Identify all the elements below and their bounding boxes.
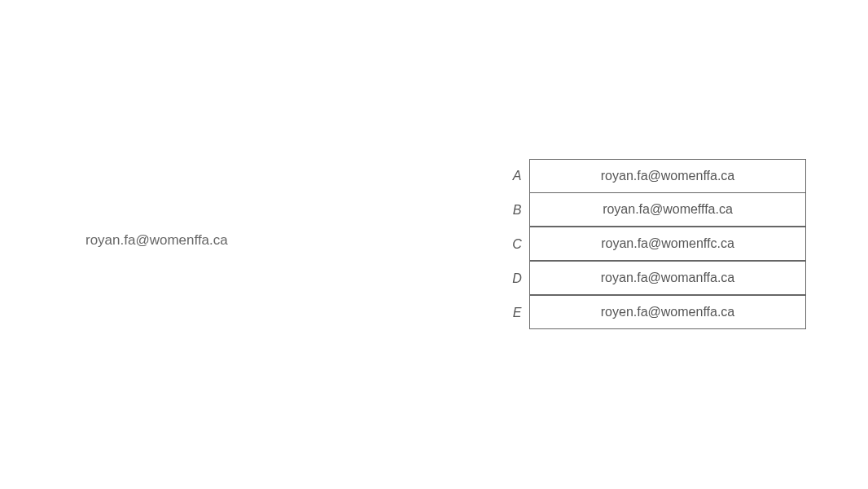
option-row: B royan.fa@womefffa.ca (505, 193, 806, 227)
option-row: E royen.fa@womenffa.ca (505, 296, 806, 330)
option-letter: E (505, 306, 529, 320)
option-choice-c[interactable]: royan.fa@womenffc.ca (529, 227, 806, 261)
option-letter: D (505, 271, 529, 286)
option-letter: A (505, 169, 529, 183)
option-choice-b[interactable]: royan.fa@womefffa.ca (529, 192, 806, 227)
option-row: D royan.fa@womanffa.ca (505, 262, 806, 296)
options-list: A royan.fa@womenffa.ca B royan.fa@womeff… (505, 159, 806, 330)
option-letter: C (505, 237, 529, 252)
prompt-text: royan.fa@womenffa.ca (85, 232, 228, 249)
option-choice-e[interactable]: royen.fa@womenffa.ca (529, 295, 806, 329)
option-choice-a[interactable]: royan.fa@womenffa.ca (529, 159, 806, 193)
option-choice-d[interactable]: royan.fa@womanffa.ca (529, 261, 806, 295)
option-letter: B (505, 203, 529, 218)
option-row: C royan.fa@womenffc.ca (505, 227, 806, 262)
option-row: A royan.fa@womenffa.ca (505, 159, 806, 193)
